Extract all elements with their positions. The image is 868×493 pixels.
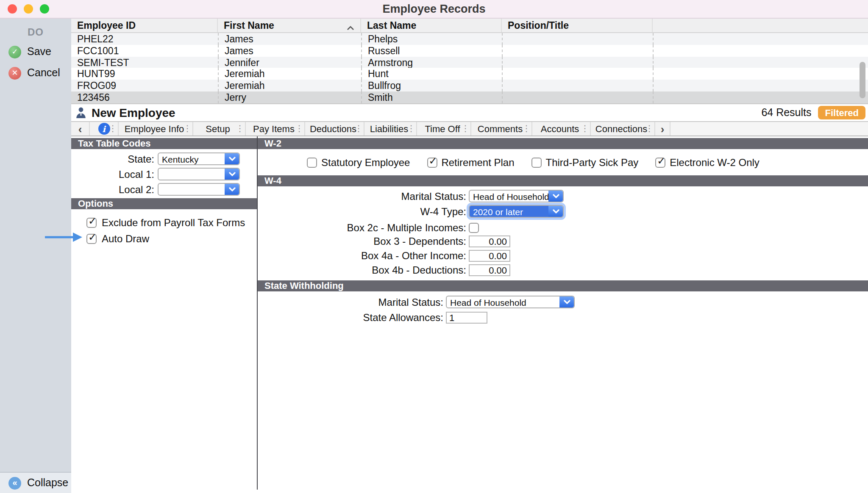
- left-panel: Tax Table Codes State: Kentucky Local 1:: [71, 136, 257, 493]
- cell-position-title: [502, 45, 653, 57]
- sw-marital-status-dropdown[interactable]: Head of Household: [446, 296, 575, 308]
- tab-employee-info[interactable]: Employee Info ⋮: [119, 122, 193, 136]
- cell-filler: [653, 91, 868, 103]
- cell-filler: [653, 33, 868, 45]
- table-row[interactable]: PHEL22 James Phelps: [71, 33, 868, 45]
- tab-label: Deductions: [307, 124, 362, 134]
- retirement-plan-option: Retirement Plan: [427, 156, 514, 168]
- box4b-label: Box 4b - Deductions:: [258, 264, 466, 276]
- tab-bar-filler: [670, 122, 868, 136]
- w4-type-label: W-4 Type:: [258, 205, 466, 217]
- save-button[interactable]: ✓ Save: [0, 43, 71, 60]
- column-header-last-name[interactable]: Last Name: [361, 19, 502, 32]
- local2-dropdown[interactable]: [158, 183, 240, 196]
- third-party-sick-pay-checkbox[interactable]: [531, 157, 542, 167]
- w4-type-dropdown[interactable]: 2020 or later: [469, 205, 564, 218]
- record-title: New Employee: [92, 106, 175, 119]
- chevron-down-icon: [548, 206, 563, 217]
- tab-comments[interactable]: Comments ⋮: [471, 122, 532, 136]
- retirement-plan-checkbox[interactable]: [427, 157, 437, 167]
- form-content: Tax Table Codes State: Kentucky Local 1:: [71, 136, 868, 493]
- table-row-selected[interactable]: 123456 Jerry Smith: [71, 91, 868, 103]
- tab-handle-icon: ⋮: [108, 125, 117, 133]
- local2-label: Local 2:: [71, 183, 158, 195]
- tab-accounts[interactable]: Accounts ⋮: [532, 122, 591, 136]
- tab-liabilities[interactable]: Liabilities ⋮: [364, 122, 417, 136]
- w4-type-value: 2020 or later: [470, 206, 548, 217]
- tab-connections[interactable]: Connections ⋮: [591, 122, 655, 136]
- box4b-deductions-input[interactable]: [469, 264, 510, 276]
- box3-label: Box 3 - Dependents:: [258, 235, 466, 247]
- new-employee-icon: [75, 107, 86, 119]
- box2c-label: Box 2c - Multiple Incomes:: [258, 222, 466, 233]
- save-label: Save: [27, 46, 51, 58]
- section-header-tax-table-codes: Tax Table Codes: [71, 138, 257, 149]
- column-header-employee-id[interactable]: Employee ID: [71, 19, 218, 32]
- tab-deductions[interactable]: Deductions ⋮: [305, 122, 364, 136]
- section-header-w4: W-4: [258, 175, 868, 186]
- chevron-down-icon: [548, 191, 563, 202]
- sidebar-heading: DO: [0, 26, 71, 38]
- table-row[interactable]: HUNT99 Jeremiah Hunt: [71, 68, 868, 80]
- tab-pay-items[interactable]: Pay Items ⋮: [246, 122, 305, 136]
- electronic-w2-only-checkbox[interactable]: [655, 157, 665, 167]
- column-header-first-name[interactable]: First Name: [218, 19, 361, 32]
- column-header-position-title[interactable]: Position/Title: [502, 19, 653, 32]
- cell-employee-id: FCC1001: [71, 45, 218, 57]
- section-header-w2: W-2: [258, 138, 868, 149]
- tab-handle-icon: ⋮: [645, 125, 654, 133]
- box4a-other-income-input[interactable]: [469, 250, 510, 262]
- column-header-label: Employee ID: [77, 20, 136, 30]
- cell-last-name: Bullfrog: [361, 80, 502, 92]
- filtered-badge[interactable]: Filtered: [818, 106, 865, 119]
- collapse-button[interactable]: « Collapse: [0, 472, 71, 493]
- tabs-scroll-right-button[interactable]: ›: [655, 122, 670, 136]
- tab-time-off[interactable]: Time Off ⋮: [417, 122, 471, 136]
- cell-last-name: Hunt: [361, 68, 502, 80]
- tab-label: Time Off: [422, 124, 465, 134]
- cancel-label: Cancel: [27, 67, 60, 79]
- table-row[interactable]: SEMI-TEST Jennifer Armstrong: [71, 56, 868, 68]
- tab-info[interactable]: i ⋮: [90, 122, 119, 136]
- statutory-employee-checkbox[interactable]: [307, 157, 317, 167]
- table-scrollbar-thumb[interactable]: [860, 62, 865, 98]
- state-dropdown[interactable]: Kentucky: [158, 152, 240, 165]
- cancel-button[interactable]: ✕ Cancel: [0, 64, 71, 81]
- box4a-label: Box 4a - Other Income:: [258, 250, 466, 262]
- sort-ascending-icon: [347, 22, 354, 32]
- cell-position-title: [502, 91, 653, 103]
- statutory-employee-option: Statutory Employee: [307, 156, 410, 168]
- zoom-window-button[interactable]: [40, 4, 49, 14]
- sidebar: DO ✓ Save ✕ Cancel « Collapse: [0, 19, 71, 493]
- table-row[interactable]: FROG09 Jeremiah Bullfrog: [71, 80, 868, 92]
- results-count: 64 Results: [761, 107, 811, 119]
- cell-first-name: James: [218, 45, 361, 57]
- minimize-window-button[interactable]: [24, 4, 33, 14]
- tab-setup[interactable]: Setup ⋮: [193, 122, 246, 136]
- state-allowances-label: State Allowances:: [258, 311, 443, 323]
- marital-status-dropdown[interactable]: Head of Household: [469, 190, 564, 202]
- local1-dropdown[interactable]: [158, 168, 240, 180]
- state-allowances-input[interactable]: [446, 311, 487, 323]
- exclude-payroll-checkbox[interactable]: [86, 217, 97, 227]
- close-window-button[interactable]: [8, 4, 17, 14]
- right-panel: W-2 Statutory Employee Retirement Plan: [258, 136, 868, 493]
- box2c-multiple-incomes-checkbox[interactable]: [469, 222, 479, 233]
- table-row[interactable]: FCC1001 James Russell: [71, 45, 868, 57]
- table-header-row: Employee ID First Name Last Name Positio…: [71, 19, 868, 33]
- section-header-options: Options: [71, 198, 257, 209]
- tab-handle-icon: ⋮: [295, 125, 303, 133]
- column-header-label: Last Name: [367, 20, 416, 30]
- cell-position-title: [502, 56, 653, 68]
- tabs-scroll-left-button[interactable]: ‹: [71, 122, 90, 136]
- column-header-label: Position/Title: [508, 20, 569, 30]
- cell-first-name: Jennifer: [218, 56, 361, 68]
- column-header-label: First Name: [224, 20, 274, 30]
- cell-first-name: Jeremiah: [218, 68, 361, 80]
- marital-status-value: Head of Household: [470, 191, 548, 202]
- auto-draw-checkbox[interactable]: [86, 233, 97, 244]
- tab-label: Employee Info: [122, 124, 189, 134]
- record-header: New Employee 64 Results Filtered: [71, 104, 868, 121]
- tab-handle-icon: ⋮: [461, 125, 470, 133]
- box3-dependents-input[interactable]: [469, 235, 510, 247]
